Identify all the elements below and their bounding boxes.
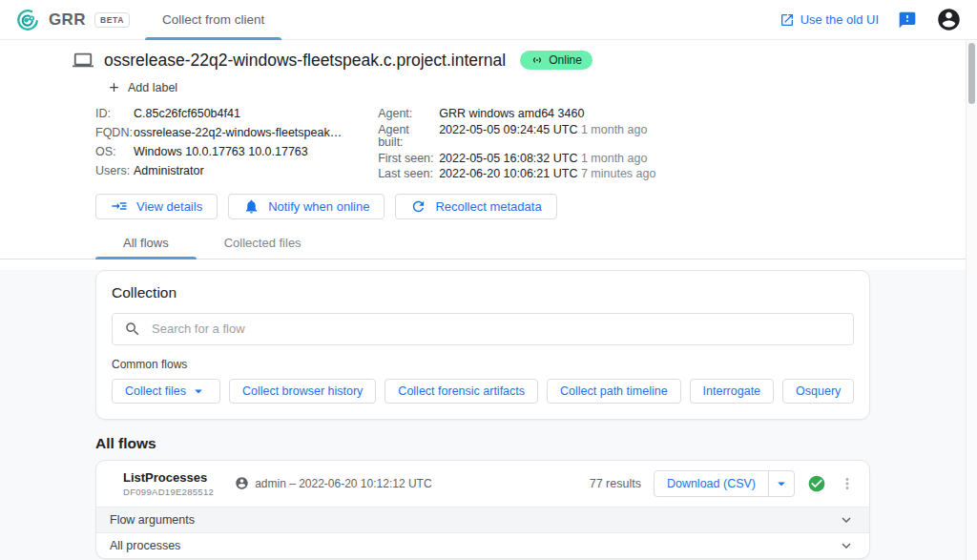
online-icon [530, 53, 544, 67]
interrogate-button[interactable]: Interrogate [690, 379, 774, 404]
account-icon[interactable] [936, 7, 962, 32]
client-tabs: All flows Collected files [95, 228, 966, 259]
flow-name: ListProcesses [123, 470, 214, 485]
external-link-icon [780, 12, 795, 28]
success-check-icon [807, 474, 826, 493]
collect-forensic-artifacts-button[interactable]: Collect forensic artifacts [385, 379, 538, 404]
grr-logo-icon [15, 8, 40, 32]
view-details-icon [111, 197, 128, 215]
more-vert-icon[interactable] [839, 475, 856, 492]
flow-card: ListProcesses DF099AD19E285512 admin – 2… [95, 460, 870, 559]
tab-collected-files[interactable]: Collected files [197, 228, 329, 259]
use-old-ui-link[interactable]: Use the old UI [780, 12, 879, 28]
client-details-right: Agent: GRR windows amd64 3460 Agent buil… [378, 108, 655, 181]
person-icon [235, 476, 249, 490]
recollect-metadata-button[interactable]: Recollect metadata [395, 194, 556, 219]
view-details-button[interactable]: View details [95, 194, 218, 219]
common-flows-label: Common flows [112, 358, 854, 371]
download-options-button[interactable] [768, 471, 794, 496]
download-split-button: Download (CSV) [654, 470, 795, 497]
flow-arguments-row[interactable]: Flow arguments [96, 507, 869, 532]
dropdown-caret-icon [190, 383, 207, 400]
beta-badge: BETA [94, 12, 130, 28]
feedback-icon[interactable] [898, 10, 917, 30]
laptop-icon [73, 50, 94, 71]
notify-when-online-button[interactable]: Notify when online [228, 194, 385, 219]
all-processes-row[interactable]: All processes [96, 532, 869, 558]
tab-collect-from-client[interactable]: Collect from client [145, 0, 281, 40]
bell-icon [243, 198, 260, 215]
tab-all-flows[interactable]: All flows [95, 228, 197, 259]
collection-title: Collection [112, 284, 854, 301]
flow-name-block: ListProcesses DF099AD19E285512 [123, 470, 214, 497]
collection-card: Collection Common flows Collect files [95, 270, 870, 420]
app-header: GRR BETA Collect from client Use the old… [0, 0, 977, 40]
client-overview: ossrelease-22q2-windows-fleetspeak.c.pro… [0, 40, 966, 259]
brand: GRR BETA [15, 8, 130, 32]
client-details: ID: C.85c26fcf650b4f41 FQDN: ossrelease-… [95, 108, 966, 181]
all-flows-heading: All flows [95, 435, 966, 452]
download-csv-button[interactable]: Download (CSV) [655, 471, 768, 496]
osquery-button[interactable]: Osquery [782, 379, 854, 404]
add-icon [107, 80, 121, 94]
client-hostname: ossrelease-22q2-windows-fleetspeak.c.pro… [104, 51, 506, 71]
chevron-down-icon [838, 537, 855, 554]
client-details-left: ID: C.85c26fcf650b4f41 FQDN: ossrelease-… [95, 108, 342, 181]
collect-browser-history-button[interactable]: Collect browser history [229, 379, 376, 404]
status-badge: Online [520, 51, 592, 70]
collect-path-timeline-button[interactable]: Collect path timeline [547, 379, 681, 404]
scrollbar-thumb[interactable] [968, 43, 975, 104]
common-flow-buttons: Collect files Collect browser history Co… [112, 379, 854, 404]
flow-search-input[interactable] [152, 321, 842, 336]
refresh-icon [410, 198, 426, 215]
flow-search-box[interactable] [112, 313, 854, 345]
client-actions: View details Notify when online [95, 194, 966, 219]
results-count: 77 results [590, 477, 641, 490]
flow-creator: admin – 2022-06-20 10:12:12 UTC [235, 476, 431, 490]
flows-area: Collection Common flows Collect files [0, 270, 966, 560]
add-label-button[interactable]: Add label [107, 80, 177, 94]
brand-name: GRR [49, 10, 86, 30]
collect-files-button[interactable]: Collect files [112, 379, 220, 404]
page-scrollbar[interactable] [966, 40, 977, 560]
search-icon [124, 321, 141, 338]
chevron-down-icon [838, 511, 855, 529]
flow-card-header: ListProcesses DF099AD19E285512 admin – 2… [96, 461, 869, 507]
flow-id: DF099AD19E285512 [123, 487, 214, 497]
